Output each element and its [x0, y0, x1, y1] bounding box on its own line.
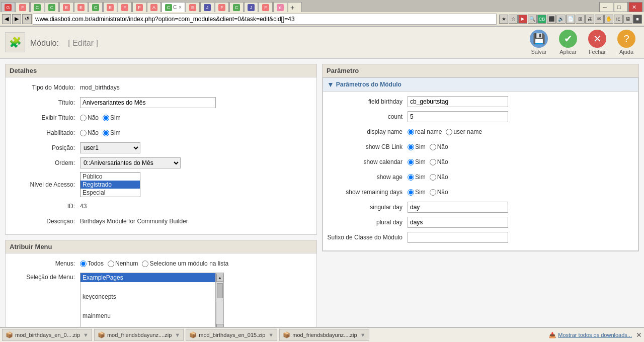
remaining-sim-radio[interactable] [408, 189, 414, 196]
menus-nenhum-radio[interactable] [108, 261, 114, 267]
audio-icon[interactable]: 🔊 [556, 15, 566, 24]
menu-item-keyconcepts[interactable]: keyconcepts [80, 292, 215, 301]
tab-8[interactable]: E [103, 2, 117, 12]
remaining-nao-radio[interactable] [430, 189, 436, 196]
remaining-sim-option[interactable]: Sim [408, 189, 426, 196]
menus-selecione-radio[interactable] [142, 261, 148, 267]
extra-icon[interactable]: ■ [633, 15, 642, 24]
menu-item-examplepages[interactable]: ExamplePages [80, 273, 215, 282]
menu-item-empty1[interactable] [80, 282, 215, 292]
calendar-nao-option[interactable]: Não [430, 158, 448, 165]
access-publico[interactable]: Público [80, 173, 140, 181]
scroll-up-arrow[interactable]: ▲ [216, 274, 223, 282]
close-button[interactable]: ✕ Fechar [585, 30, 610, 55]
ie-compat-icon[interactable]: IE [614, 15, 623, 24]
download-close-2[interactable]: ▼ [175, 332, 180, 338]
back-button[interactable]: ◀ [2, 14, 11, 24]
count-input[interactable] [408, 111, 508, 122]
menus-todos-radio[interactable] [80, 261, 87, 267]
user-name-option[interactable]: user name [446, 128, 482, 135]
titulo-input[interactable] [80, 97, 216, 108]
refresh-button[interactable]: ↺ [22, 14, 32, 24]
access-listbox[interactable]: Público Registrado Especial [80, 172, 140, 197]
forward-button[interactable]: ▶ [12, 14, 21, 24]
download-close-3[interactable]: ▼ [268, 332, 274, 338]
cb-link-sim-radio[interactable] [408, 144, 414, 150]
tab-15[interactable]: C [229, 2, 244, 12]
posicao-select[interactable]: user1 [80, 142, 140, 153]
scroll-thumb[interactable] [217, 283, 223, 298]
remaining-nao-option[interactable]: Não [430, 189, 448, 196]
ordem-select[interactable]: 0::Aniversariantes do Mês [80, 157, 181, 168]
access-especial[interactable]: Especial [80, 189, 140, 197]
plural-day-input[interactable] [408, 217, 508, 228]
age-sim-radio[interactable] [408, 174, 414, 181]
user-name-radio[interactable] [446, 129, 452, 135]
save-button[interactable]: 💾 Salvar [526, 30, 551, 55]
tab-7[interactable]: C [89, 2, 103, 12]
habilitado-sim-radio[interactable] [103, 130, 109, 136]
cb-link-sim-option[interactable]: Sim [408, 143, 426, 150]
param-expand-icon[interactable]: ▼ [327, 80, 334, 89]
tab-4[interactable]: C [45, 2, 59, 12]
habilitado-sim-option[interactable]: Sim [103, 129, 121, 136]
bookmark-icon[interactable]: ★ [499, 15, 508, 24]
real-name-option[interactable]: real name [408, 128, 442, 135]
tab-11[interactable]: A [147, 2, 161, 12]
tab-17[interactable]: F [259, 2, 273, 12]
menu-select-listbox[interactable]: ExamplePages keyconcepts mainmenu [80, 273, 216, 333]
calendar-nao-radio[interactable] [430, 159, 436, 165]
tab-18[interactable]: e [273, 2, 287, 12]
download-item-2[interactable]: 📦 mod_friendsbdayunz....zip ▼ [94, 329, 184, 341]
cb-link-nao-option[interactable]: Não [430, 143, 448, 150]
cb-link-nao-radio[interactable] [430, 144, 436, 150]
access-registrado[interactable]: Registrado [80, 181, 140, 189]
hand-icon[interactable]: ✋ [604, 15, 613, 24]
menu-item-empty2[interactable] [80, 301, 215, 311]
tab-13[interactable]: J [200, 2, 214, 12]
habilitado-nao-option[interactable]: Não [80, 129, 99, 136]
calendar-sim-option[interactable]: Sim [408, 158, 426, 165]
browser-close-button[interactable]: ✕ [628, 2, 642, 12]
screen-icon[interactable]: ⬛ [547, 15, 556, 24]
singular-day-input[interactable] [408, 202, 508, 213]
calendar-sim-radio[interactable] [408, 159, 414, 165]
minimize-button[interactable]: ─ [599, 2, 613, 12]
sufixo-input[interactable] [408, 232, 508, 243]
new-tab-button[interactable]: + [288, 2, 302, 12]
menus-nenhum-option[interactable]: Nenhum [108, 260, 138, 267]
download-close-4[interactable]: ▼ [360, 332, 366, 338]
download-item-4[interactable]: 📦 mod_friendsbdayunz....zip ▼ [279, 329, 369, 341]
exibir-nao-option[interactable]: Não [80, 114, 99, 121]
star-icon[interactable]: ☆ [509, 15, 518, 24]
tab-14[interactable]: F [215, 2, 229, 12]
tab-active[interactable]: CC× [162, 2, 185, 12]
monitor-icon[interactable]: 🖥 [623, 15, 632, 24]
tab-gmail[interactable]: G [1, 2, 15, 12]
download-item-1[interactable]: 📦 mod_birthdays_en_0....zip ▼ [2, 329, 92, 341]
tab-3[interactable]: C [30, 2, 44, 12]
restore-button[interactable]: □ [614, 2, 628, 12]
real-name-radio[interactable] [408, 129, 414, 135]
tools-icon[interactable]: ▶ [518, 15, 527, 24]
tab-16[interactable]: J [244, 2, 258, 12]
zoom-icon[interactable]: 🔍 [528, 15, 537, 24]
field-birthday-input[interactable] [408, 96, 508, 107]
age-sim-option[interactable]: Sim [408, 174, 426, 181]
menu-item-mainmenu[interactable]: mainmenu [80, 311, 215, 320]
view-icon[interactable]: ⊞ [576, 15, 585, 24]
tab-6[interactable]: E [74, 2, 88, 12]
apply-button[interactable]: ✔ Aplicar [555, 30, 581, 55]
menus-selecione-option[interactable]: Selecione um módulo na lista [142, 260, 228, 267]
age-nao-radio[interactable] [430, 174, 436, 181]
download-item-3[interactable]: 📦 mod_birthdays_en_015.zip ▼ [186, 329, 277, 341]
tab-10[interactable]: F [132, 2, 146, 12]
help-button[interactable]: ? Ajuda [614, 30, 639, 55]
habilitado-nao-radio[interactable] [80, 130, 87, 136]
age-nao-option[interactable]: Não [430, 174, 448, 181]
download-close-1[interactable]: ▼ [83, 332, 89, 338]
print-icon[interactable]: 🖨 [585, 15, 594, 24]
page-icon[interactable]: 📄 [566, 15, 575, 24]
exibir-sim-option[interactable]: Sim [103, 114, 121, 121]
show-all-downloads-button[interactable]: 📥 Mostrar todos os downloads... [549, 332, 632, 338]
